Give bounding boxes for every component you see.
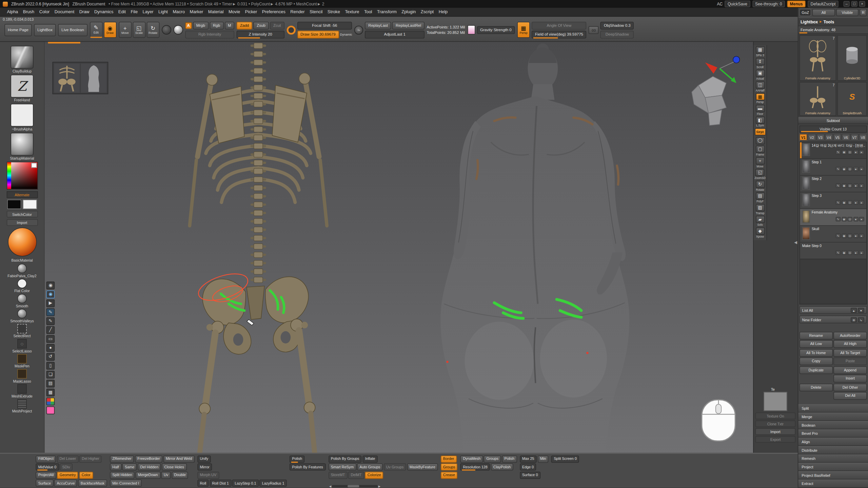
focal-shift-slider[interactable]: Focal Shift -56 [297,21,352,29]
aahalf-button[interactable]: ◫AAHalf [755,81,764,92]
tool-button-fillobject[interactable]: FillObject [36,455,56,462]
goz-button[interactable]: GoZ [800,9,811,16]
action-delete[interactable]: Delete [800,383,833,391]
alternate-button[interactable]: Alternate [6,191,38,198]
subtool-row-female-anatomy[interactable]: Female Anatomy✎◉◎●▸ [800,209,866,226]
focal-shift-icon[interactable] [287,25,295,34]
replay-last-button[interactable]: ReplayLast [365,21,391,29]
menu-alpha[interactable]: Alpha [4,8,20,16]
scroll-button[interactable]: ⇕Scroll [755,58,764,68]
clipboard-icon[interactable]: ▦ [46,389,55,396]
knife-icon[interactable]: ╱ [46,326,55,334]
subtool-row-14-3[interactable]: 14강 여성 3단계 바디 각상 - [전완..✎◉◎●▸ [800,142,866,159]
subtool-palette-header[interactable]: Subtool [798,117,868,124]
subtool-brush-icon[interactable]: ✎ [836,250,841,255]
gravity-icon[interactable] [467,25,475,35]
subtool-arrow-icon[interactable]: ▸ [859,200,864,205]
tool-button-accucurve[interactable]: AccuCurve [54,480,77,487]
menu-macro[interactable]: Macro [170,8,187,16]
canvas-area[interactable]: ◉◉▶✎✎╱▭●↺▯❏▤▦ [45,42,753,453]
menu-file[interactable]: File [128,8,140,16]
visible-count-slider[interactable]: Visible Count 13 [800,125,867,133]
menu-brush[interactable]: Brush [20,8,37,16]
subtool-brush-icon[interactable]: ✎ [836,233,841,238]
transp-button[interactable]: ▨Transp [755,204,764,214]
solo-button[interactable]: ▰Solo [755,216,764,226]
scroll-track[interactable] [332,485,378,487]
lightbox-tools-bar[interactable]: Lightbox ► Tools [798,17,868,26]
secondary-color-swatch[interactable] [23,200,37,209]
section-project[interactable]: Project [798,463,868,471]
section-align[interactable]: Align [798,438,868,446]
tool-button-crease[interactable]: Crease [440,471,457,479]
subtool-brush-icon[interactable]: ✎ [836,167,841,171]
tool-button-del-hidden[interactable]: Del Hidden [138,463,161,470]
canvas-viewport[interactable] [45,42,753,453]
action-del-other[interactable]: Del Other [833,383,867,391]
pink-swatch[interactable] [46,406,55,414]
menu-draw[interactable]: Draw [77,8,92,16]
menu-texture[interactable]: Texture [342,8,362,16]
menus-button[interactable]: Menus [787,1,805,7]
xpose-button[interactable]: ◆Xpose [755,227,764,238]
hue-strip[interactable] [7,162,11,189]
color-swatch-mini[interactable] [31,163,36,168]
visibility-eye-icon[interactable]: ◉ [46,290,55,298]
menu-preferences[interactable]: Preferences [259,8,288,16]
texture-import-button[interactable]: Import [755,428,795,435]
subtool-dot-icon[interactable]: ● [853,183,858,188]
quick-item-flat-color[interactable]: Flat Color [14,279,30,292]
move-button[interactable]: + Move [119,22,132,38]
subtool-brush-icon[interactable]: ✎ [836,200,841,205]
axis-x-icon[interactable] [705,62,717,74]
mrgb-button[interactable]: Mrgb [193,21,209,29]
scroll-handle[interactable] [348,485,359,487]
bpr-button[interactable]: ▦SPix 3 [755,46,764,57]
subtool-row-step-3[interactable]: Step 3✎◉◎●▸ [800,192,866,209]
action-all-high[interactable]: All High [833,340,867,348]
folder-icon[interactable]: ⊞ [851,317,857,322]
persp-button[interactable]: ▦Persp [755,93,764,103]
obj-shadow-slider[interactable]: ObjShadow 0.3 [600,21,634,29]
action-all-low[interactable]: All Low [800,340,833,348]
thumbnail-body[interactable] [81,64,107,93]
action-append[interactable]: Append [833,366,867,374]
section-remesh[interactable]: Remesh [798,454,868,463]
alpha-preview-icon[interactable] [173,25,183,35]
section-split[interactable]: Split [798,404,868,413]
tools-label[interactable]: Tools [824,19,834,24]
subtool-dot-icon[interactable]: ● [853,217,858,221]
tool-button-inflate[interactable]: Inflate [362,455,377,462]
dynamic-label[interactable]: Dynamic [340,33,352,36]
subtool-tab-v4[interactable]: V4 [825,134,833,141]
tool-button-same[interactable]: Same [122,463,137,470]
tool-button-auto-groups[interactable]: Auto Groups [357,463,383,470]
subtool-arrow-icon[interactable]: ▸ [859,167,864,171]
angle-of-view-slider[interactable]: Angle Of View [532,21,587,29]
tool-thumb-female-anatomy[interactable]: 7Female Anatomy [800,82,836,116]
subtool-tab-v8[interactable]: V8 [859,134,867,141]
lightbox-button[interactable]: LightBox [34,24,56,36]
live-boolean-button[interactable]: Live Boolean [58,24,87,36]
axis-z-icon[interactable] [733,56,740,63]
subtool-arrow-icon[interactable]: ▸ [859,217,864,221]
subtool-render-icon[interactable]: ◎ [847,217,852,221]
action-paste[interactable]: Paste [833,358,867,365]
menu-transform[interactable]: Transform [375,8,399,16]
quick-item-fabiopaiva-clay2[interactable]: FabioPaiva_Clay2 [7,264,36,277]
list-all-button[interactable]: List All ▲ ▼ [800,306,867,314]
subtool-tab-v6[interactable]: V6 [842,134,850,141]
texture-clone-txtr-button[interactable]: Clone Txtr [755,421,795,427]
frame-button[interactable]: ▢Frame [755,145,764,156]
menu-light[interactable]: Light [156,8,170,16]
subtool-render-icon[interactable]: ◎ [847,250,852,255]
zsub-button[interactable]: Zsub [253,21,269,29]
rotate-button[interactable]: ↻ Rotate [146,22,159,38]
subtool-tab-v2[interactable]: V2 [808,134,816,141]
subtool-render-icon[interactable]: ◎ [847,200,852,205]
subtool-render-icon[interactable]: ◎ [847,150,852,155]
texture-texture-on-button[interactable]: Texture On [755,412,795,419]
tool-button-resolution-128[interactable]: Resolution 128 [460,463,490,470]
tool-button-groups[interactable]: Groups [484,455,501,462]
tool-button-roll[interactable]: Roll [197,480,209,487]
